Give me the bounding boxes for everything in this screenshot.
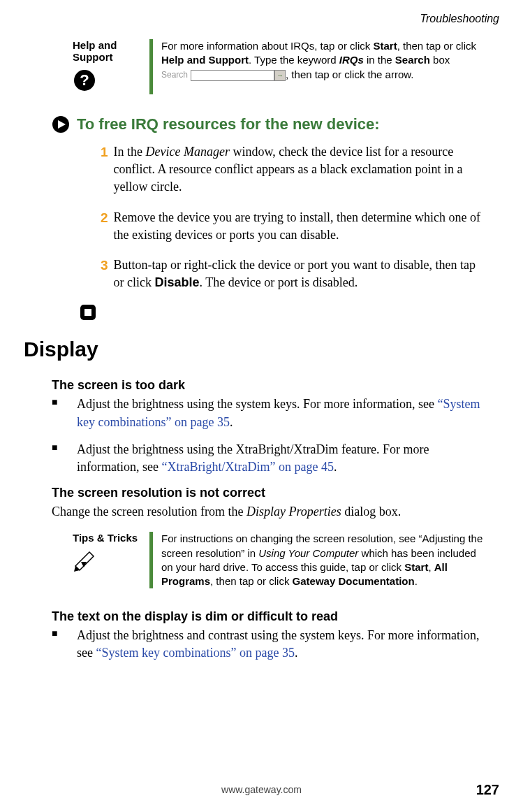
tips-tricks-label: Tips & Tricks — [73, 532, 149, 544]
callout-keyword: IRQs — [339, 54, 364, 66]
svg-rect-5 — [84, 309, 91, 316]
text-bold: Start — [404, 561, 428, 573]
bullet-square-icon: ■ — [52, 396, 77, 430]
bullet-item: ■ Adjust the brightness using the system… — [52, 396, 492, 430]
search-go-arrow-icon: → — [274, 70, 286, 81]
tips-icon — [73, 549, 149, 575]
bullet-item: ■ Adjust the brightness and contrast usi… — [52, 627, 492, 662]
help-support-callout: Help and Support ? For more information … — [73, 39, 485, 94]
display-heading: Display — [24, 338, 499, 361]
bullet-text: Adjust the brightness using the XtraBrig… — [77, 441, 492, 476]
page-footer: www.gateway.com 127 — [0, 784, 523, 795]
text-fragment: . — [230, 415, 233, 429]
step-number: 3 — [101, 256, 108, 291]
running-header: Troubleshooting — [24, 13, 499, 25]
body-paragraph: Change the screen resolution from the Di… — [52, 503, 492, 521]
callout-divider — [149, 532, 153, 588]
step-text: Button-tap or right-click the device or … — [114, 256, 485, 291]
text-fragment: . — [415, 575, 418, 587]
callout-divider — [149, 39, 153, 94]
callout-text: For more information about IRQs, tap or … — [161, 40, 373, 52]
help-question-icon: ? — [73, 68, 149, 94]
callout-body: For instructions on changing the screen … — [161, 532, 485, 588]
svg-marker-6 — [75, 552, 94, 570]
text-fragment: , then tap or click — [210, 575, 293, 587]
page-number: 127 — [476, 782, 499, 798]
bullet-text: Adjust the brightness using the system k… — [77, 396, 492, 430]
help-support-label: Help and Support — [73, 39, 149, 63]
text-italic: Display Properties — [246, 505, 341, 519]
step-text: Remove the device you are trying to inst… — [114, 209, 485, 244]
callout-bold-search: Search — [395, 54, 430, 66]
numbered-list: 1 In the Device Manager window, check th… — [101, 143, 485, 291]
text-bold: Gateway Documentation — [293, 575, 415, 587]
play-arrow-icon — [52, 115, 70, 133]
callout-text: , then tap or click the arrow. — [286, 68, 413, 80]
svg-text:?: ? — [80, 71, 89, 89]
list-item: 1 In the Device Manager window, check th… — [101, 143, 485, 196]
cross-ref-link[interactable]: “XtraBright/XtraDim” on page 45 — [161, 460, 333, 474]
callout-text: in the — [364, 54, 395, 66]
text-fragment: Adjust the brightness using the system k… — [77, 397, 437, 411]
cross-ref-link[interactable]: “System key combinations” on page 35 — [96, 646, 294, 660]
step-number: 2 — [101, 209, 108, 244]
list-item: 3 Button-tap or right-click the device o… — [101, 256, 485, 291]
stop-end-icon — [80, 304, 499, 324]
text-fragment: , — [428, 561, 434, 573]
callout-text: . Type the keyword — [249, 54, 339, 66]
text-fragment: Change the screen resolution from the — [52, 505, 246, 519]
text-fragment: dialog box. — [341, 505, 402, 519]
callout-label-column: Help and Support ? — [73, 39, 149, 94]
sub-heading-dim: The text on the display is dim or diffic… — [52, 609, 499, 624]
bullet-square-icon: ■ — [52, 627, 77, 662]
step-italic: Device Manager — [146, 145, 230, 159]
step-fragment: In the — [114, 145, 146, 159]
bullet-square-icon: ■ — [52, 441, 77, 476]
bullet-item: ■ Adjust the brightness using the XtraBr… — [52, 441, 492, 476]
footer-url: www.gateway.com — [221, 784, 302, 795]
text-fragment: . — [334, 460, 337, 474]
callout-text: box — [430, 54, 450, 66]
tips-tricks-callout: Tips & Tricks For instructions on changi… — [73, 532, 485, 588]
search-label: Search — [161, 69, 188, 80]
callout-body: For more information about IRQs, tap or … — [161, 39, 485, 94]
step-fragment: . The device or port is disabled. — [200, 275, 358, 289]
callout-bold-start: Start — [373, 40, 397, 52]
bullet-text: Adjust the brightness and contrast using… — [77, 627, 492, 662]
step-text: In the Device Manager window, check the … — [114, 143, 485, 196]
procedure-heading: To free IRQ resources for the new device… — [77, 115, 380, 133]
list-item: 2 Remove the device you are trying to in… — [101, 209, 485, 244]
sub-heading-resolution: The screen resolution is not correct — [52, 486, 499, 500]
callout-bold-help: Help and Support — [161, 54, 249, 66]
callout-text: , then tap or click — [397, 40, 476, 52]
search-field-graphic — [191, 70, 274, 81]
step-number: 1 — [101, 143, 108, 196]
procedure-heading-row: To free IRQ resources for the new device… — [52, 115, 499, 133]
text-italic: Using Your Computer — [258, 547, 358, 559]
text-fragment: . — [295, 646, 298, 660]
search-box-graphic: Search → — [161, 69, 286, 80]
step-bold: Disable — [155, 275, 200, 289]
callout-label-column: Tips & Tricks — [73, 532, 149, 588]
sub-heading-dark: The screen is too dark — [52, 378, 499, 393]
